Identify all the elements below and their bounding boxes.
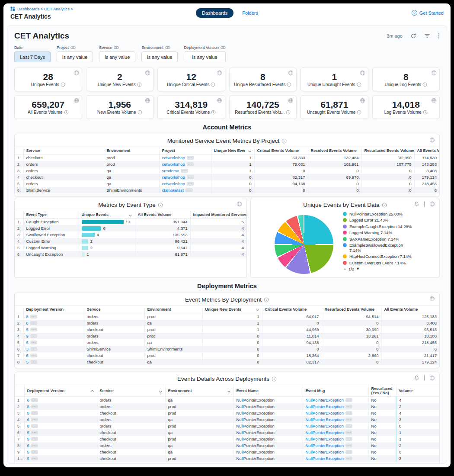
info-icon[interactable] [158,203,163,208]
kebab-menu-icon[interactable] [424,201,425,207]
column-header-service[interactable]: Service [23,147,104,154]
cell-link[interactable]: NullPointerException [306,417,344,422]
column-header-resurfaced[interactable]: Resurfaced(Yes / No) [368,385,396,397]
cell-link[interactable]: srmdemo [162,168,179,173]
globe-icon[interactable] [429,137,435,143]
cell-link[interactable]: NullPointerException [306,450,344,454]
cell-link[interactable]: NullPointerException [306,424,344,428]
cell-link[interactable]: cetworkshop [162,162,185,167]
cell-link[interactable]: 9 [26,334,29,338]
column-header-unique-events[interactable]: Unique Events [79,211,135,219]
more-chip[interactable]: ··· [31,450,38,454]
cell-link[interactable]: 8 [26,314,29,319]
legend-item[interactable]: Logged Warning 7.14% [343,230,416,235]
column-header-environment[interactable]: Environment [104,147,159,154]
cell-link[interactable]: NullPointerException [306,430,344,435]
globe-icon[interactable] [217,98,222,103]
more-chip[interactable]: ··· [30,315,38,318]
cell-link[interactable]: 5 [27,411,29,415]
cell-link[interactable]: 5 [26,360,29,364]
more-chip[interactable]: ··· [31,411,38,415]
more-chip[interactable]: ··· [30,360,38,364]
globe-icon[interactable] [145,70,150,76]
info-icon[interactable] [272,376,277,382]
more-chip[interactable]: ··· [31,457,38,460]
column-header-impacted-monitored-services[interactable]: Impacted Monitored Services [190,211,246,219]
sort-desc-icon[interactable] [128,213,131,216]
legend-page-down-icon[interactable]: ▼ [356,267,360,271]
cell-link[interactable]: 6 [26,340,29,345]
cell-link[interactable]: 5 [27,430,29,435]
info-icon[interactable] [357,110,361,115]
legend-item[interactable]: Logged Error 21.43% [343,218,416,223]
info-icon[interactable] [281,138,287,144]
column-header-critical-events-volume[interactable]: Critical Events Volume [262,306,322,313]
get-started-link[interactable]: ? Get Started [412,10,444,16]
column-header-all-events-volume[interactable]: All Events Volume [414,147,439,154]
globe-icon[interactable] [360,70,365,76]
globe-icon[interactable] [431,70,437,76]
cell-link[interactable]: cetworkshop [162,155,185,160]
cell-link[interactable]: NullPointerException [306,411,344,415]
column-header-all-events-volume[interactable]: All Events Volume [135,211,190,219]
sort-desc-icon[interactable] [248,149,251,152]
info-icon[interactable] [423,110,428,115]
more-chip[interactable]: ··· [345,450,353,454]
column-header-event-msg[interactable]: Event Msg [303,385,368,397]
column-header-resolved-events-volume[interactable]: Resolved Events Volume [308,147,361,154]
filter-icon[interactable] [424,33,430,39]
kebab-menu-icon[interactable] [424,375,425,381]
breadcrumb-text[interactable]: Dashboards > CET Analytics > [17,6,73,11]
info-icon[interactable] [422,82,427,87]
cell-link[interactable]: 6 [26,353,29,358]
globe-icon[interactable] [145,98,150,103]
info-icon[interactable] [64,110,69,115]
cell-link[interactable]: NullPointerException [306,437,344,441]
legend-page-up-icon[interactable]: ▲ [343,267,347,271]
legend-item[interactable]: ExampleSwallowedException 7.14% [343,243,416,253]
cell-link[interactable]: 6 [27,417,29,422]
sort-desc-icon[interactable] [159,389,162,392]
cell-link[interactable]: 3 [26,347,29,351]
more-chip[interactable]: ··· [30,321,38,325]
column-header-deployment-version[interactable]: Deployment Version [23,306,84,313]
column-header-event-type[interactable]: Event Type [23,211,79,219]
filter-value-button[interactable]: is any value [57,51,93,62]
more-chip[interactable]: ··· [345,411,353,415]
globe-icon[interactable] [429,375,435,381]
cell-link[interactable]: NullPointerException [306,443,344,448]
more-chip[interactable]: ··· [31,405,38,408]
info-icon[interactable] [137,82,142,87]
column-header-environment[interactable]: Environment [144,306,202,313]
column-header-project[interactable]: Project [159,147,211,154]
globe-icon[interactable] [360,98,365,103]
more-chip[interactable]: ··· [345,457,353,460]
info-icon[interactable] [61,82,65,87]
kebab-menu-icon[interactable] [438,33,440,39]
more-chip[interactable]: ··· [345,444,353,447]
cell-link[interactable]: 6 [26,321,29,325]
column-header-volume[interactable]: Volume [396,385,439,397]
column-header-unique-new-ever[interactable]: Unique New Ever [211,147,254,154]
cell-link[interactable]: 6 [27,398,29,402]
cell-link[interactable]: 5 [27,450,29,454]
globe-icon[interactable] [217,70,222,76]
cell-link[interactable]: 5 [27,456,29,461]
globe-icon[interactable] [74,98,79,103]
info-icon[interactable] [211,82,215,87]
legend-item[interactable]: HttpHostConnectException 7.14% [343,254,416,259]
info-icon[interactable] [287,82,291,87]
more-chip[interactable]: ··· [30,334,38,338]
tab-dashboards[interactable]: Dashboards [196,8,233,18]
column-header-service[interactable]: Service [97,385,165,397]
globe-icon[interactable] [237,201,242,207]
legend-item[interactable]: ExampleCaughtException 14.29% [343,224,416,229]
more-chip[interactable]: ··· [31,431,38,434]
more-chip[interactable]: ··· [187,156,194,160]
more-chip[interactable]: ··· [187,182,194,186]
more-chip[interactable]: ··· [345,418,353,421]
info-icon[interactable] [211,110,216,115]
sort-desc-icon[interactable] [256,308,259,311]
filter-value-button[interactable]: is any value [141,51,178,62]
more-chip[interactable]: ··· [31,398,38,402]
